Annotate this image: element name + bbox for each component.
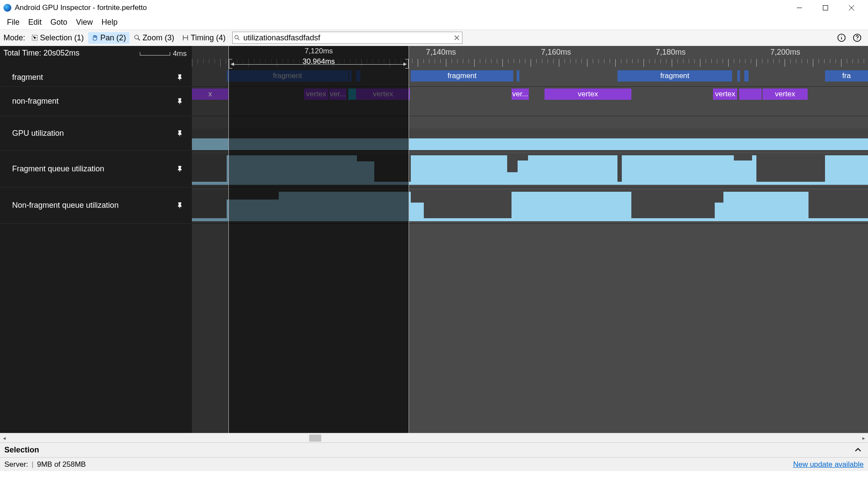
scale-bar-icon: [140, 52, 170, 56]
track-label: non-fragment: [12, 97, 59, 106]
scroll-left-button[interactable]: ◂: [0, 433, 9, 443]
util-span: [528, 155, 617, 185]
svg-point-18: [857, 39, 858, 40]
minimize-button[interactable]: [786, 0, 812, 16]
search-input[interactable]: [241, 33, 452, 43]
time-ruler[interactable]: 7,140ms7,160ms7,180ms7,200ms: [192, 46, 868, 69]
track-header-fragment[interactable]: fragment: [0, 69, 192, 87]
mode-timing-label: Timing (4): [191, 33, 225, 43]
ruler-left: Total Time: 20s052ms 4ms: [0, 46, 192, 69]
status-bar: Server: | 9MB of 258MB New update availa…: [0, 457, 868, 471]
ruler-tick-label: 7,140ms: [426, 48, 456, 57]
util-span: [730, 144, 734, 150]
tracks-column[interactable]: 7,140ms7,160ms7,180ms7,200ms 7,120ms 30.…: [192, 46, 868, 433]
track-lane-fragment[interactable]: fragmentfragmentfragmentfra: [192, 69, 868, 87]
pin-icon[interactable]: [176, 202, 184, 210]
slice[interactable]: vertex: [713, 88, 737, 100]
zoom-icon: [134, 34, 141, 41]
search-box[interactable]: [232, 32, 462, 44]
info-button[interactable]: [834, 31, 849, 44]
track-header-gpu-util[interactable]: GPU utilization: [0, 116, 192, 151]
util-span: [192, 182, 227, 185]
slice[interactable]: [348, 88, 356, 100]
util-span: [507, 172, 518, 185]
util-span: [715, 203, 723, 221]
track-header-frag-q[interactable]: Fragment queue utilization: [0, 151, 192, 187]
expand-panel-button[interactable]: [852, 445, 864, 456]
mode-pan-button[interactable]: Pan (2): [88, 32, 129, 44]
slice[interactable]: fragment: [227, 70, 348, 82]
svg-point-5: [135, 35, 139, 39]
pan-hand-icon: [92, 34, 99, 41]
track-lane-gpu-util[interactable]: [192, 116, 868, 151]
slice[interactable]: ver...: [329, 88, 347, 100]
util-span: [825, 155, 868, 185]
util-span: [809, 218, 868, 221]
maximize-button[interactable]: [812, 0, 838, 16]
pin-icon[interactable]: [176, 74, 184, 82]
mode-selection-button[interactable]: Selection (1): [28, 32, 87, 44]
help-button[interactable]: [850, 31, 865, 44]
timeline[interactable]: Total Time: 20s052ms 4ms fragmentnon-fra…: [0, 46, 868, 433]
slice[interactable]: [744, 70, 749, 82]
clear-search-button[interactable]: [452, 35, 462, 40]
pin-icon[interactable]: [176, 165, 184, 173]
slice[interactable]: fragment: [411, 70, 513, 82]
slice[interactable]: vertex: [356, 88, 410, 100]
selection-cursor-icon: [31, 34, 38, 41]
slice[interactable]: [517, 70, 519, 82]
ruler-tick-label: 7,160ms: [541, 48, 571, 57]
util-span: [424, 218, 512, 221]
new-update-link[interactable]: New update available: [793, 460, 864, 469]
track-lane-non-fragment[interactable]: xvertexver...vertexver...vertexvertexver…: [192, 87, 868, 116]
util-span: [518, 160, 528, 185]
slice[interactable]: vertex: [545, 88, 631, 100]
slice[interactable]: [356, 70, 360, 82]
util-span: [357, 161, 374, 185]
mode-timing-button[interactable]: Timing (4): [178, 32, 229, 44]
scroll-right-button[interactable]: ▸: [859, 433, 868, 443]
slice[interactable]: vertex: [762, 88, 808, 100]
slice[interactable]: ver...: [512, 88, 529, 100]
window-title: Android GPU Inspector - fortnite.perfett…: [15, 3, 147, 12]
selection-panel-header[interactable]: Selection: [0, 442, 868, 457]
selection-panel-title: Selection: [4, 445, 39, 455]
util-span: [734, 160, 752, 185]
mode-label: Mode:: [3, 33, 25, 43]
pin-icon[interactable]: [176, 98, 184, 105]
slice[interactable]: [349, 70, 352, 82]
ruler-tick-label: 7,180ms: [656, 48, 686, 57]
total-time-label: Total Time: 20s052ms: [3, 49, 79, 58]
search-icon: [233, 35, 241, 41]
menu-file[interactable]: File: [3, 16, 24, 29]
track-lane-frag-q[interactable]: [192, 151, 868, 187]
slice[interactable]: [737, 70, 740, 82]
util-span: [227, 200, 279, 221]
svg-point-10: [235, 36, 238, 39]
pin-icon[interactable]: [176, 130, 184, 138]
menu-edit[interactable]: Edit: [24, 16, 46, 29]
track-label: Fragment queue utilization: [12, 164, 104, 174]
close-button[interactable]: [838, 0, 865, 16]
util-span: [756, 182, 825, 185]
slice[interactable]: vertex: [304, 88, 328, 100]
horizontal-scrollbar[interactable]: ◂ ▸: [0, 433, 868, 442]
track-header-nonfrag-q[interactable]: Non-fragment queue utilization: [0, 187, 192, 224]
track-lane-nonfrag-q[interactable]: [192, 187, 868, 224]
slice[interactable]: x: [192, 88, 228, 100]
util-span: [822, 144, 827, 150]
mode-zoom-label: Zoom (3): [142, 33, 174, 43]
track-header-non-fragment[interactable]: non-fragment: [0, 87, 192, 116]
menu-view[interactable]: View: [72, 16, 97, 29]
scroll-thumb[interactable]: [309, 435, 321, 442]
title-bar: Android GPU Inspector - fortnite.perfett…: [0, 0, 868, 16]
menu-goto[interactable]: Goto: [46, 16, 72, 29]
util-span: [512, 192, 631, 221]
scale-value: 4ms: [173, 49, 187, 58]
menu-help[interactable]: Help: [97, 16, 122, 29]
mode-zoom-button[interactable]: Zoom (3): [130, 32, 178, 44]
slice[interactable]: fragment: [617, 70, 732, 82]
ruler-tick-label: 7,200ms: [770, 48, 800, 57]
slice[interactable]: fra: [825, 70, 868, 82]
slice[interactable]: [739, 88, 762, 100]
